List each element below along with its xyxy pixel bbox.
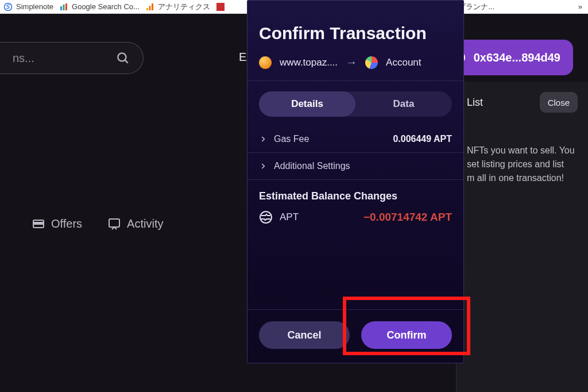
confirm-button-label: Confirm — [387, 329, 427, 341]
gas-fee-row[interactable]: Gas Fee 0.006449 APT — [247, 126, 463, 153]
confirm-button[interactable]: Confirm — [361, 321, 452, 349]
tab-offers-label: Offers — [51, 217, 82, 230]
search-input[interactable]: ns... — [0, 42, 144, 74]
details-data-tabs: Details Data — [259, 91, 452, 117]
bookmark-gsc[interactable]: Google Search Co... — [59, 2, 140, 11]
svg-rect-6 — [152, 3, 153, 10]
additional-settings-row[interactable]: Additional Settings — [247, 153, 463, 180]
tab-offers[interactable]: Offers — [32, 217, 82, 230]
bookmark-label: Simplenote — [16, 2, 53, 11]
bulk-list-drawer: List Close NFTs you want to sell. You se… — [456, 82, 588, 392]
svg-rect-7 — [216, 3, 225, 11]
activity-icon — [107, 217, 121, 230]
cancel-button[interactable]: Cancel — [259, 321, 350, 349]
tab-nav: Offers Activity — [32, 217, 163, 230]
chevron-right-icon — [259, 135, 267, 143]
tab-data-label: Data — [393, 98, 415, 110]
bookmark-simplenote[interactable]: Simplenote — [3, 2, 53, 11]
popup-footer: Cancel Confirm — [247, 309, 463, 363]
bookmark-label: Google Search Co... — [72, 2, 140, 11]
additional-settings-label: Additional Settings — [274, 161, 350, 171]
search-icon — [115, 51, 130, 66]
bookmark-overflow[interactable]: » — [578, 2, 585, 11]
svg-rect-12 — [33, 222, 44, 224]
tab-details[interactable]: Details — [259, 91, 355, 117]
bookmark-analytics[interactable]: アナリティクス — [145, 2, 210, 12]
origin-site: www.topaz.... — [280, 57, 338, 68]
bookmark-label: アナリティクス — [158, 2, 210, 12]
cancel-button-label: Cancel — [287, 329, 321, 341]
close-button[interactable]: Close — [540, 92, 578, 113]
balance-change-row: APT −0.00714742 APT — [247, 210, 463, 224]
token-symbol: APT — [280, 212, 299, 223]
gas-fee-value: 0.006449 APT — [393, 134, 452, 144]
svg-rect-5 — [149, 6, 150, 10]
tab-activity-label: Activity — [127, 217, 163, 230]
gas-fee-label: Gas Fee — [274, 134, 309, 144]
search-placeholder: ns... — [13, 52, 115, 65]
balance-change-amount: −0.00714742 APT — [363, 211, 452, 224]
svg-point-14 — [260, 212, 272, 223]
site-favicon-icon — [259, 56, 272, 69]
account-avatar-icon — [365, 56, 378, 69]
svg-rect-1 — [60, 6, 62, 10]
account-label: Account — [386, 57, 421, 68]
drawer-title: List — [467, 97, 483, 109]
wallet-address-text: 0x634e...894d49 — [474, 51, 560, 64]
svg-rect-4 — [146, 8, 148, 10]
svg-line-9 — [125, 60, 127, 63]
chevron-right-icon — [259, 162, 267, 170]
bookmark-unknown[interactable] — [216, 2, 225, 11]
offers-icon — [32, 217, 45, 230]
tab-details-label: Details — [291, 98, 323, 110]
close-button-label: Close — [548, 98, 570, 107]
confirm-transaction-popup: Confirm Transaction www.topaz.... → Acco… — [247, 0, 464, 363]
svg-point-8 — [118, 53, 126, 61]
estimated-balance-changes-title: Estimated Balance Changes — [247, 180, 463, 210]
svg-rect-3 — [65, 3, 67, 10]
svg-rect-2 — [63, 5, 65, 10]
drawer-description: NFTs you want to sell. You set listing p… — [467, 144, 578, 185]
aptos-token-icon — [259, 210, 273, 224]
tab-data[interactable]: Data — [355, 91, 452, 117]
bookmark-more-label: » — [578, 2, 582, 11]
arrow-right-icon: → — [346, 56, 357, 69]
origin-row: www.topaz.... → Account — [247, 56, 463, 81]
tab-activity[interactable]: Activity — [107, 217, 163, 230]
popup-title: Confirm Transaction — [247, 1, 463, 56]
svg-rect-13 — [109, 219, 119, 227]
